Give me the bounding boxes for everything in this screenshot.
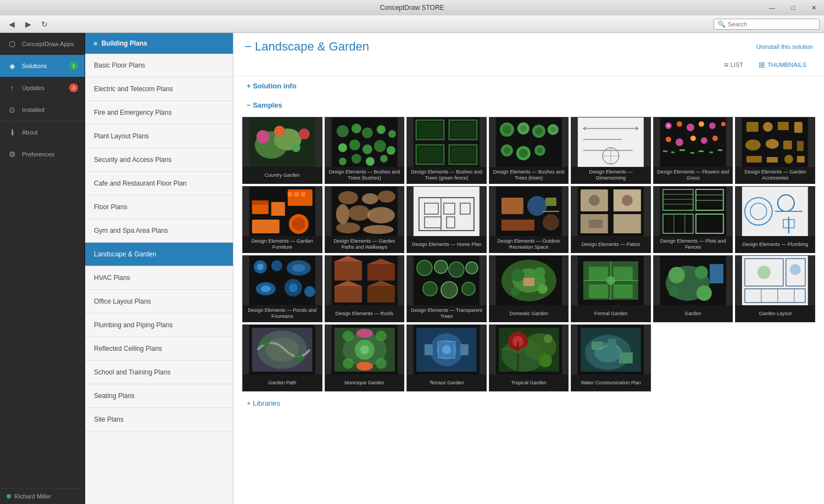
- nav-item-floor-plans[interactable]: Floor Plans: [85, 195, 233, 219]
- thumb-tropical-garden[interactable]: Tropical Garden: [489, 324, 569, 391]
- svg-point-63: [709, 122, 716, 129]
- thumb-de-garden-paths[interactable]: Design Elements — Garden Paths and Walkw…: [325, 186, 405, 253]
- thumb-de-home-plan[interactable]: Design Elements — Home Plan: [407, 186, 487, 253]
- nav-item-fire-emergency[interactable]: Fire and Emergency Plans: [85, 101, 233, 125]
- search-input[interactable]: [728, 21, 816, 27]
- sidebar-item-label: ConceptDraw Apps: [22, 41, 74, 47]
- thumbnails-view-button[interactable]: ⊞ THUMBNAILS: [754, 58, 811, 71]
- nav-item-basic-floor-plans[interactable]: Basic Floor Plans: [85, 54, 233, 77]
- nav-item-landscape-garden[interactable]: Landscape & Garden: [85, 243, 233, 266]
- thumb-moresque-garden[interactable]: Moresque Garden: [325, 324, 405, 391]
- thumb-garden-layout[interactable]: Garden Layout: [735, 255, 815, 322]
- svg-point-15: [362, 144, 372, 154]
- minimize-button[interactable]: —: [761, 0, 782, 15]
- svg-point-223: [266, 338, 299, 362]
- thumb-de-ponds[interactable]: Design Elements — Ponds and Fountains: [242, 255, 322, 322]
- nav-item-site-plans[interactable]: Site Plans: [85, 408, 233, 432]
- thumb-de-bushes-trees[interactable]: Design Elements — Bushes and Trees (tree…: [489, 117, 569, 184]
- nav-item-office-layout[interactable]: Office Layout Plans: [85, 290, 233, 313]
- thumb-de-garden-furniture[interactable]: Design Elements — Garden Furniture: [242, 186, 322, 253]
- libraries-toggle[interactable]: + Libraries: [233, 394, 824, 418]
- thumb-de-bushes-bushes[interactable]: Design Elements — Bushes and Trees (bush…: [325, 117, 405, 184]
- thumb-domestic-garden[interactable]: Domestic Garden: [489, 255, 569, 322]
- svg-point-41: [503, 147, 510, 154]
- thumb-garden[interactable]: Garden: [653, 255, 733, 322]
- nav-item-plumbing-piping[interactable]: Plumbing and Piping Plans: [85, 313, 233, 337]
- svg-point-10: [361, 127, 372, 138]
- thumb-label: Country Garden: [243, 167, 322, 183]
- svg-rect-259: [608, 339, 616, 345]
- thumb-de-plumbing[interactable]: Design Elements — Plumbing: [735, 186, 815, 253]
- thumb-terrace-garden[interactable]: Terrace Garden: [407, 324, 487, 391]
- flowers-preview: [654, 117, 733, 167]
- about-icon: ℹ: [7, 127, 18, 138]
- close-button[interactable]: ✕: [803, 0, 824, 15]
- svg-point-192: [510, 287, 519, 296]
- nav-item-seating-plans[interactable]: Seating Plans: [85, 384, 233, 408]
- thumb-formal-garden[interactable]: Formal Garden: [571, 255, 651, 322]
- recreation-preview: [489, 187, 569, 236]
- svg-point-231: [342, 331, 353, 341]
- svg-point-13: [338, 143, 347, 152]
- sidebar-item-label: Installed: [22, 107, 44, 113]
- svg-point-19: [351, 154, 361, 164]
- updates-icon: ↑: [7, 82, 18, 93]
- sidebar-item-about[interactable]: ℹ About: [0, 121, 85, 143]
- thumb-country-garden[interactable]: Country Garden: [242, 117, 322, 184]
- thumb-de-garden-accessories[interactable]: Design Elements — Garden Accessories: [735, 117, 815, 184]
- sidebar-item-preferences[interactable]: ⚙ Preferences: [0, 143, 85, 165]
- roofs-preview: [325, 256, 404, 305]
- svg-rect-244: [460, 344, 469, 355]
- nav-item-school-training[interactable]: School and Training Plans: [85, 361, 233, 384]
- svg-point-5: [292, 143, 300, 152]
- nav-item-hvac-plans[interactable]: HVAC Plans: [85, 266, 233, 290]
- thumb-label: Design Elements — Patios: [571, 236, 650, 253]
- svg-point-20: [365, 157, 374, 166]
- patios-preview: [571, 187, 650, 236]
- svg-point-108: [336, 222, 360, 233]
- thumb-label: Design Elements — Plots and Fences: [654, 236, 733, 253]
- list-view-button[interactable]: ≡ LIST: [720, 58, 748, 71]
- nav-item-reflected-ceiling[interactable]: Reflected Ceiling Plans: [85, 337, 233, 361]
- svg-rect-211: [742, 256, 808, 305]
- sidebar-item-updates[interactable]: ↑ Updates 3: [0, 77, 85, 99]
- nav-item-security-access[interactable]: Security and Access Plans: [85, 148, 233, 172]
- thumb-de-flowers[interactable]: Design Elements — Flowers and Grass: [653, 117, 733, 184]
- refresh-button[interactable]: ↻: [37, 18, 52, 31]
- thumb-label: Moresque Garden: [325, 374, 404, 391]
- solutions-badge: 1: [69, 61, 78, 70]
- thumb-de-bushes-green[interactable]: Design Elements — Bushes and Trees (gree…: [407, 117, 487, 184]
- thumb-de-transparent-trees[interactable]: Design Elements — Transparent Trees: [407, 255, 487, 322]
- svg-rect-166: [367, 264, 394, 281]
- solution-info-toggle[interactable]: + Solution info: [233, 76, 824, 96]
- thumb-label: Design Elements — Transparent Trees: [407, 305, 486, 322]
- back-button[interactable]: ◀: [4, 18, 19, 31]
- sidebar-item-installed[interactable]: ⊙ Installed: [0, 99, 85, 121]
- samples-toggle[interactable]: − Samples: [233, 96, 824, 115]
- thumb-de-plots-fences[interactable]: Design Elements — Plots and Fences: [653, 186, 733, 253]
- sidebar-item-solutions[interactable]: ◈ Solutions 1: [0, 55, 85, 77]
- thumb-de-outdoor-recreation[interactable]: Design Elements — Outdoor Recreation Spa…: [489, 186, 569, 253]
- uninstall-link[interactable]: Uninstall this solution: [756, 43, 813, 50]
- svg-point-37: [535, 127, 542, 135]
- thumb-de-roofs[interactable]: Design Elements — Roofs: [325, 255, 405, 322]
- thumb-water-communication[interactable]: Water Communication Plan: [571, 324, 651, 391]
- thumb-garden-path[interactable]: Garden Path: [242, 324, 322, 391]
- thumb-label: Water Communication Plan: [571, 374, 650, 391]
- sidebar-item-conceptdraw-apps[interactable]: ⬡ ConceptDraw Apps: [0, 33, 85, 55]
- nav-item-plant-layout[interactable]: Plant Layout Plans: [85, 125, 233, 148]
- svg-point-159: [261, 285, 271, 292]
- svg-point-82: [745, 139, 761, 150]
- thumb-label: Domestic Garden: [489, 305, 569, 322]
- maximize-button[interactable]: □: [782, 0, 803, 15]
- thumb-de-dimensioning[interactable]: Design Elements — Dimensioning: [571, 117, 651, 184]
- svg-point-191: [534, 267, 545, 278]
- thumb-de-patios[interactable]: Design Elements — Patios: [571, 186, 651, 253]
- nav-item-gym-spa[interactable]: Gym and Spa Area Plans: [85, 219, 233, 243]
- green-fence-preview: [407, 117, 486, 167]
- forward-button[interactable]: ▶: [21, 18, 35, 31]
- svg-point-122: [542, 214, 559, 231]
- nav-item-electric-telecom[interactable]: Electric and Telecom Plans: [85, 77, 233, 101]
- thumb-label: Design Elements — Ponds and Fountains: [243, 305, 322, 322]
- nav-item-cafe-restaurant[interactable]: Cafe and Restaurant Floor Plan: [85, 172, 233, 195]
